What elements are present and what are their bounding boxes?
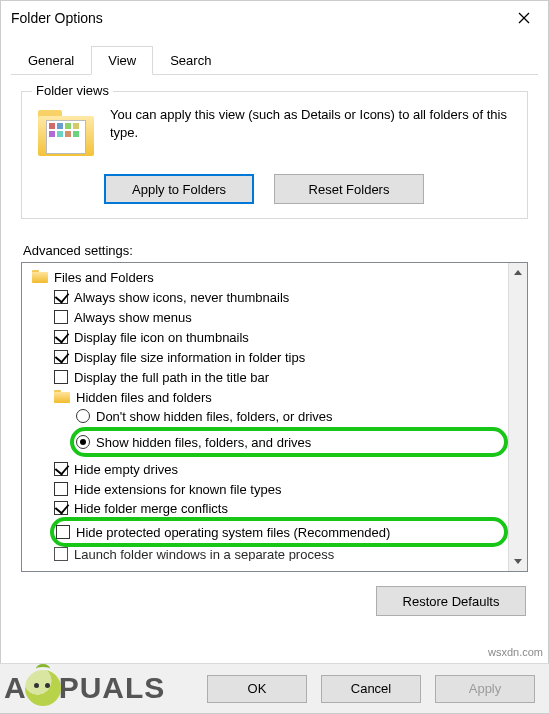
cancel-button[interactable]: Cancel [321, 675, 421, 703]
tree-item-hide-merge-conflicts[interactable]: Hide folder merge conflicts [26, 499, 508, 517]
tree-radio-dont-show-hidden[interactable]: Don't show hidden files, folders, or dri… [26, 407, 508, 425]
checkbox-icon[interactable] [54, 462, 68, 476]
credit-text: wsxdn.com [488, 646, 543, 658]
checkbox-icon[interactable] [54, 501, 68, 515]
chevron-up-icon [514, 270, 522, 275]
tree-item-hide-extensions[interactable]: Hide extensions for known file types [26, 479, 508, 499]
folder-icon [38, 108, 94, 164]
mascot-icon [25, 670, 61, 706]
ok-button[interactable]: OK [207, 675, 307, 703]
tab-search[interactable]: Search [153, 46, 228, 75]
tree-group-files-folders: Files and Folders [26, 267, 508, 287]
view-panel: Folder views You can apply this view (su… [1, 75, 548, 616]
tree-item-hide-empty-drives[interactable]: Hide empty drives [26, 459, 508, 479]
tree-item-file-size-tips[interactable]: Display file size information in folder … [26, 347, 508, 367]
tab-general[interactable]: General [11, 46, 91, 75]
reset-folders-button[interactable]: Reset Folders [274, 174, 424, 204]
checkbox-icon[interactable] [54, 330, 68, 344]
folder-views-text: You can apply this view (such as Details… [110, 106, 517, 141]
tree-item-full-path-titlebar[interactable]: Display the full path in the title bar [26, 367, 508, 387]
folder-small-icon [32, 270, 48, 284]
tab-strip: General View Search [11, 45, 538, 75]
tree-item-always-menus[interactable]: Always show menus [26, 307, 508, 327]
checkbox-icon[interactable] [54, 350, 68, 364]
tree-item-file-icon-thumb[interactable]: Display file icon on thumbnails [26, 327, 508, 347]
scrollbar[interactable] [508, 263, 527, 571]
checkbox-icon[interactable] [54, 310, 68, 324]
scroll-down-button[interactable] [510, 552, 527, 571]
radio-icon[interactable] [76, 435, 90, 449]
folder-views-group: Folder views You can apply this view (su… [21, 91, 528, 219]
watermark-logo: A PUALS [4, 670, 165, 706]
restore-defaults-button[interactable]: Restore Defaults [376, 586, 526, 616]
dialog-title: Folder Options [11, 10, 103, 26]
checkbox-icon[interactable] [54, 370, 68, 384]
checkbox-icon[interactable] [54, 290, 68, 304]
close-icon [518, 12, 530, 24]
titlebar: Folder Options [1, 1, 548, 35]
tree-radio-show-hidden[interactable]: Show hidden files, folders, and drives [70, 427, 508, 457]
checkbox-icon[interactable] [54, 482, 68, 496]
tree-item-always-icons[interactable]: Always show icons, never thumbnails [26, 287, 508, 307]
tab-view[interactable]: View [91, 46, 153, 75]
tree-group-hidden-files: Hidden files and folders [26, 387, 508, 407]
tree-item-hide-protected-os-files[interactable]: Hide protected operating system files (R… [50, 517, 508, 547]
folder-options-dialog: Folder Options General View Search Folde… [0, 0, 549, 714]
apply-button: Apply [435, 675, 535, 703]
close-button[interactable] [504, 4, 544, 32]
checkbox-icon[interactable] [54, 547, 68, 561]
radio-icon[interactable] [76, 409, 90, 423]
advanced-settings-label: Advanced settings: [23, 243, 526, 258]
tree-item-launch-separate-process[interactable]: Launch folder windows in a separate proc… [26, 547, 508, 561]
apply-to-folders-button[interactable]: Apply to Folders [104, 174, 254, 204]
folder-small-icon [54, 390, 70, 404]
checkbox-icon[interactable] [56, 525, 70, 539]
scroll-up-button[interactable] [510, 263, 527, 282]
advanced-settings-list: Files and Folders Always show icons, nev… [21, 262, 528, 572]
settings-tree[interactable]: Files and Folders Always show icons, nev… [22, 263, 508, 571]
folder-views-title: Folder views [32, 83, 113, 98]
chevron-down-icon [514, 559, 522, 564]
